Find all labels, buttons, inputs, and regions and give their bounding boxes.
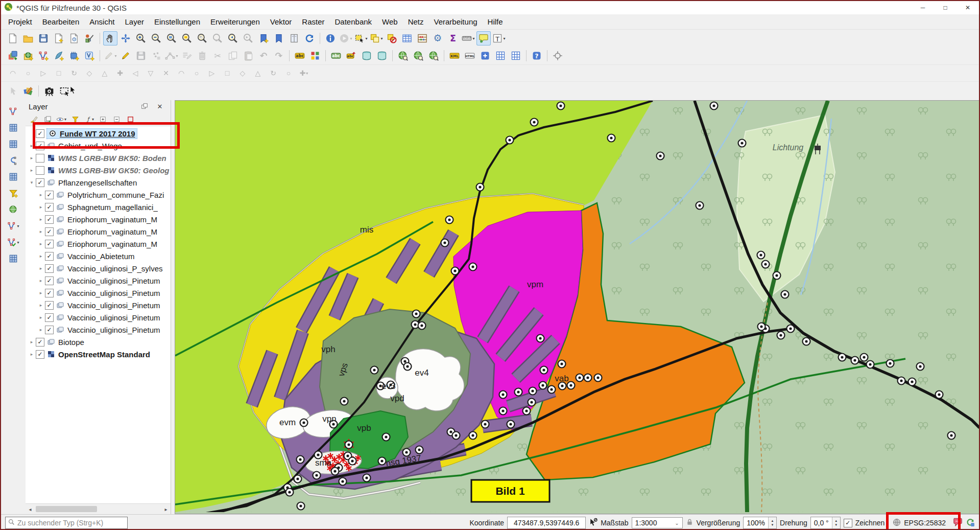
offline-editing-icon[interactable] [375, 49, 389, 63]
map-decorations-icon[interactable] [21, 84, 35, 98]
layer-checkbox[interactable]: ✓ [45, 276, 54, 285]
metasearch-icon[interactable] [396, 49, 410, 63]
scrollbar-thumb[interactable] [36, 506, 97, 512]
geocoding-search-icon[interactable] [411, 49, 425, 63]
layer-item-vaccinio-uliginosi-pinetum[interactable]: ▸✓Vaccinio_uliginosi_Pinetum [26, 324, 171, 336]
db-manager-icon[interactable] [360, 49, 374, 63]
scroll-left-icon[interactable]: ◂ [26, 506, 35, 512]
layer-checkbox[interactable]: ✓ [36, 350, 44, 359]
html-export-icon[interactable]: HTML [463, 49, 477, 63]
open-attribute-table-icon[interactable] [400, 31, 414, 45]
expander-icon[interactable]: ▸ [37, 192, 45, 197]
menu-netz[interactable]: Netz [403, 14, 429, 29]
menu-verarbeitung[interactable]: Verarbeitung [429, 14, 483, 29]
zoom-to-selection-icon[interactable] [180, 31, 194, 45]
menu-vektor[interactable]: Vektor [265, 14, 297, 29]
float-panel-icon[interactable] [137, 99, 152, 113]
export-map-image-icon[interactable] [42, 84, 56, 98]
expander-icon[interactable]: ▸ [37, 278, 45, 283]
menu-datenbank[interactable]: Datenbank [330, 14, 377, 29]
layer-item-vaccinio-uliginosi-pinetum[interactable]: ▸✓Vaccinio_uliginosi_Pinetum [26, 299, 171, 311]
coordinate-input[interactable]: 473487.9,5397449.6 [507, 517, 586, 529]
menu-erweiterungen[interactable]: Erweiterungen [205, 14, 265, 29]
locator-search-input[interactable]: Zu suchender Typ (Strg+K) [5, 517, 128, 529]
selected-layer-row[interactable]: Funde WT 2017 2019 [47, 129, 137, 139]
project-open-icon[interactable] [21, 31, 35, 45]
horizontal-scrollbar[interactable]: ◂ ▸ [26, 503, 171, 514]
layer-item-vaccinio-abietetum[interactable]: ▸✓Vaccinio_Abietetum [26, 250, 171, 262]
expander-icon[interactable]: ▸ [37, 290, 45, 295]
expander-icon[interactable]: ▸ [37, 229, 45, 234]
layer-checkbox[interactable]: ✓ [45, 313, 54, 322]
render-checkbox[interactable]: ✓ [844, 519, 852, 527]
scale-combobox[interactable]: 1:3000⌄ [632, 517, 683, 528]
new-spatial-bookmark-icon[interactable] [256, 31, 271, 45]
add-group-icon[interactable] [42, 113, 53, 125]
pan-map-icon[interactable] [103, 31, 117, 45]
zoom-out-icon[interactable] [149, 31, 163, 45]
menu-layer[interactable]: Layer [119, 14, 149, 29]
layer-checkbox[interactable]: ✓ [45, 301, 54, 310]
processing-grid-1-icon[interactable] [6, 121, 20, 135]
project-new-icon[interactable] [6, 31, 20, 45]
layer-item-biotope[interactable]: ▸✓Biotope [26, 336, 171, 348]
layer-item-vaccinio-uliginosi-pinetum[interactable]: ▸✓Vaccinio_uliginosi_Pinetum [26, 287, 171, 299]
layer-item-eriophorum-vaginatum-m[interactable]: ▸✓Eriophorum_vaginatum_M [26, 238, 171, 250]
layer-item-vaccinio-uliginosi-pinetum[interactable]: ▸✓Vaccinio_uliginosi_Pinetum [26, 274, 171, 287]
lock-scale-icon[interactable] [686, 518, 694, 527]
panel-splitter[interactable] [171, 100, 175, 514]
toggle-extents-icon[interactable] [589, 518, 597, 528]
layout-manager-icon[interactable]: ⚙ [67, 31, 81, 45]
expander-icon[interactable]: ▸ [37, 327, 45, 332]
menu-ansicht[interactable]: Ansicht [84, 14, 119, 29]
task-status-icon[interactable] [966, 518, 975, 528]
measure-line-icon[interactable]: ▾ [461, 31, 475, 45]
web-services-icon[interactable] [6, 202, 20, 217]
layer-item-eriophorum-vaginatum-m[interactable]: ▸✓Eriophorum_vaginatum_M [26, 225, 171, 238]
layer-checkbox[interactable]: ✓ [45, 215, 54, 224]
layer-checkbox[interactable] [36, 166, 44, 175]
expander-icon[interactable]: ▾ [28, 180, 36, 185]
statistical-summary-icon[interactable] [415, 31, 429, 45]
expander-icon[interactable]: ▸ [37, 241, 45, 246]
layer-item-vaccinio-uliginosi-pinetum[interactable]: ▸✓Vaccinio_uliginosi_Pinetum [26, 311, 171, 324]
layer-checkbox[interactable]: ✓ [36, 178, 44, 187]
zoom-full-extent-icon[interactable] [164, 31, 179, 45]
expander-icon[interactable]: ▸ [37, 204, 45, 210]
expander-icon[interactable]: ▸ [28, 168, 36, 173]
layer-diagram-options-icon[interactable] [308, 49, 322, 63]
layer-checkbox[interactable]: ✓ [45, 227, 54, 236]
georeferencer-icon[interactable] [551, 49, 565, 63]
close-button[interactable]: ✕ [957, 1, 979, 14]
layer-labeling-options-icon[interactable]: abc [293, 49, 307, 63]
expander-icon[interactable]: ▸ [37, 303, 45, 308]
layer-item-funde-wt-2017-2019[interactable]: ✓Funde WT 2017 2019 [26, 127, 171, 140]
processing-grid-2-icon[interactable] [6, 137, 20, 151]
new-print-layout-icon[interactable] [52, 31, 66, 45]
digitize-segment-icon[interactable] [6, 104, 20, 119]
zoom-last-icon[interactable] [226, 31, 240, 45]
magnifier-spinbox[interactable]: 100%▲▼ [743, 517, 777, 529]
expander-icon[interactable]: ▸ [37, 217, 45, 222]
label-highlight-icon[interactable]: abc [344, 49, 358, 63]
layer-item-vaccinio-uliginosi-p-sylves[interactable]: ▸✓Vaccinio_uliginosi_P_sylves [26, 262, 171, 274]
digitize-shape-icon[interactable]: ▾ [6, 219, 20, 233]
layer-checkbox[interactable]: ✓ [36, 338, 44, 347]
layer-item-wms-lgrb-bw-gk50-geolog[interactable]: ▸WMS LGRB-BW GK50: Geolog [26, 164, 171, 176]
toggle-editing-icon[interactable] [118, 49, 133, 63]
layer-item-sphagnetum-magellanici-[interactable]: ▸✓Sphagnetum_magellanici_ [26, 201, 171, 213]
data-source-manager-icon[interactable] [6, 49, 20, 63]
text-annotation-icon[interactable]: T▾ [492, 31, 506, 45]
crs-status[interactable]: EPSG:25832 [904, 519, 946, 527]
open-layer-styling-panel-icon[interactable] [28, 113, 39, 125]
layer-checkbox[interactable]: ✓ [45, 264, 54, 273]
layer-checkbox[interactable]: ✓ [36, 142, 44, 150]
new-shapefile-layer-icon[interactable] [36, 49, 51, 63]
pan-to-selection-icon[interactable] [118, 31, 133, 45]
filter-legend-icon[interactable] [69, 113, 81, 125]
zoom-in-icon[interactable] [134, 31, 148, 45]
menu-web[interactable]: Web [377, 14, 403, 29]
show-spatial-bookmarks-icon[interactable] [272, 31, 286, 45]
menu-raster[interactable]: Raster [297, 14, 329, 29]
maximize-button[interactable]: □ [934, 1, 957, 14]
